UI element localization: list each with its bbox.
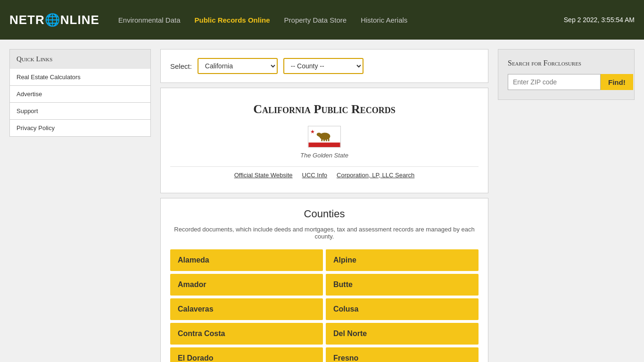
- timestamp: Sep 2 2022, 3:55:54 AM: [564, 16, 635, 24]
- nav-environmental[interactable]: Environmental Data: [118, 16, 181, 24]
- state-links: Official State Website UCC Info Corporat…: [170, 166, 479, 183]
- county-alameda[interactable]: Alameda: [170, 249, 323, 271]
- quick-links-title: Quick Links: [9, 49, 151, 69]
- counties-section: Counties Recorded documents, which inclu…: [160, 198, 488, 362]
- official-state-website-link[interactable]: Official State Website: [234, 172, 293, 179]
- zip-input[interactable]: [508, 74, 601, 90]
- nav-property-data[interactable]: Property Data Store: [284, 16, 347, 24]
- nav-public-records[interactable]: Public Records Online: [195, 16, 270, 24]
- county-fresno[interactable]: Fresno: [326, 347, 479, 362]
- corporation-search-link[interactable]: Corporation, LP, LLC Search: [337, 172, 414, 179]
- logo[interactable]: NETR🌐NLINE: [9, 13, 99, 27]
- zip-row: Find!: [508, 74, 625, 90]
- foreclosure-title: Search for Forclosures: [508, 59, 625, 67]
- svg-text:CALIFORNIA REPUBLIC: CALIFORNIA REPUBLIC: [314, 143, 335, 145]
- sidebar-item-privacy[interactable]: Privacy Policy: [9, 120, 151, 137]
- svg-rect-5: [321, 139, 322, 141]
- select-bar: Select: California Alabama Alaska Arizon…: [160, 49, 488, 83]
- content-area: Select: California Alabama Alaska Arizon…: [160, 49, 488, 362]
- counties-title: Counties: [170, 208, 479, 220]
- state-flag-container: ★ CALIFORNIA REPUBLIC: [170, 126, 479, 149]
- county-colusa[interactable]: Colusa: [326, 298, 479, 320]
- california-flag-icon: ★ CALIFORNIA REPUBLIC: [308, 126, 341, 148]
- find-button[interactable]: Find!: [601, 74, 633, 90]
- state-nickname: The Golden State: [170, 152, 479, 159]
- county-del-norte[interactable]: Del Norte: [326, 323, 479, 345]
- right-sidebar: Search for Forclosures Find!: [498, 49, 635, 362]
- county-el-dorado[interactable]: El Dorado: [170, 347, 323, 362]
- county-calaveras[interactable]: Calaveras: [170, 298, 323, 320]
- select-label: Select:: [170, 62, 192, 70]
- left-sidebar: Quick Links Real Estate Calculators Adve…: [9, 49, 151, 362]
- county-butte[interactable]: Butte: [326, 274, 479, 296]
- county-alpine[interactable]: Alpine: [326, 249, 479, 271]
- svg-text:★: ★: [310, 129, 315, 134]
- sidebar-item-advertise[interactable]: Advertise: [9, 86, 151, 103]
- counties-description: Recorded documents, which include deeds …: [170, 226, 479, 240]
- svg-point-9: [317, 132, 322, 136]
- state-select[interactable]: California Alabama Alaska Arizona Arkans…: [198, 58, 278, 74]
- county-amador[interactable]: Amador: [170, 274, 323, 296]
- main-info-box: California Public Records ★: [160, 88, 488, 193]
- nav-historic-aerials[interactable]: Historic Aerials: [361, 16, 407, 24]
- counties-grid: Alameda Alpine Amador Butte Calaveras Co…: [170, 249, 479, 362]
- svg-rect-6: [323, 139, 325, 141]
- ucc-info-link[interactable]: UCC Info: [302, 172, 327, 179]
- svg-rect-8: [328, 139, 330, 141]
- header: NETR🌐NLINE Environmental Data Public Rec…: [0, 0, 644, 40]
- main-nav: Environmental Data Public Records Online…: [118, 16, 564, 24]
- county-select[interactable]: -- County --: [283, 58, 363, 74]
- svg-rect-7: [326, 139, 327, 141]
- county-contra-costa[interactable]: Contra Costa: [170, 323, 323, 345]
- sidebar-item-support[interactable]: Support: [9, 103, 151, 120]
- page-title: California Public Records: [170, 102, 479, 116]
- sidebar-item-calculators[interactable]: Real Estate Calculators: [9, 69, 151, 86]
- main-container: Quick Links Real Estate Calculators Adve…: [0, 40, 644, 362]
- foreclosure-box: Search for Forclosures Find!: [498, 49, 635, 100]
